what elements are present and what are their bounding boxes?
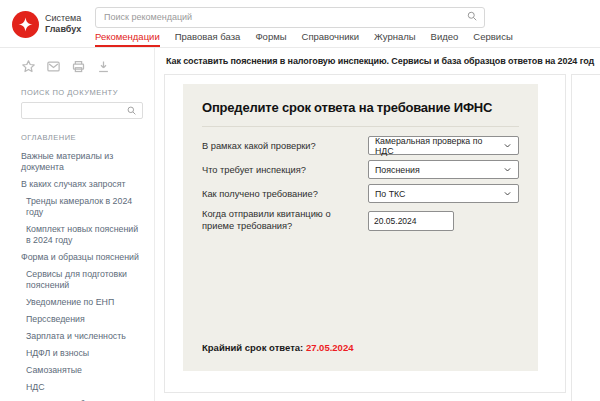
select-value: Пояснения <box>375 165 420 175</box>
article-card: Определите срок ответа на требование ИФН… <box>164 74 566 393</box>
select-value: По ТКС <box>375 189 405 199</box>
form-row: Как получено требование? По ТКС <box>202 184 519 203</box>
document-search <box>21 102 143 119</box>
toc-label: ОГЛАВЛЕНИЕ <box>21 133 148 142</box>
toc-item[interactable]: Тренды камералок в 2024 году <box>21 196 143 218</box>
toc-item[interactable]: Зарплата и численность <box>21 331 143 342</box>
toc-item[interactable]: НДС <box>21 382 143 393</box>
right-rail-card <box>571 74 600 401</box>
download-icon[interactable] <box>96 59 111 74</box>
toc-item[interactable]: Самозанятые <box>21 365 143 376</box>
deadline-result-value: 27.05.2024 <box>306 342 354 353</box>
nav-item-forms[interactable]: Формы <box>255 31 286 47</box>
toc-item[interactable]: Форма и образцы пояснений <box>21 252 143 263</box>
main-nav: Рекомендации Правовая база Формы Справоч… <box>95 31 600 47</box>
field-label: Когда отправили квитанцию о приеме требо… <box>202 208 368 232</box>
search-icon[interactable] <box>466 10 478 22</box>
email-icon[interactable] <box>46 59 61 74</box>
toc-item[interactable]: НДФЛ и взносы <box>21 348 143 359</box>
field-label: Как получено требование? <box>202 188 368 200</box>
favorite-star-icon[interactable] <box>21 59 36 74</box>
toc-item[interactable]: Важные материалы из документа <box>21 151 143 173</box>
logo-line2: Главбух <box>45 24 81 35</box>
field-label: В рамках какой проверки? <box>202 140 368 152</box>
document-search-input[interactable] <box>22 107 142 122</box>
global-search <box>95 6 485 27</box>
content-area: Как составить пояснения в налоговую инсп… <box>155 48 600 401</box>
toc-item[interactable]: Перссведения <box>21 314 143 325</box>
logo[interactable]: Система Главбух <box>12 0 95 47</box>
nav-item-journals[interactable]: Журналы <box>374 31 416 47</box>
print-icon[interactable] <box>71 59 86 74</box>
form-row: В рамках какой проверки? Камеральная про… <box>202 136 519 155</box>
deadline-result: Крайний срок ответа: 27.05.2024 <box>202 342 519 353</box>
check-type-select[interactable]: Камеральная проверка по НДС <box>368 136 519 155</box>
chevron-down-icon <box>503 189 512 198</box>
inspection-demand-select[interactable]: Пояснения <box>368 160 519 179</box>
toc-item[interactable]: Уведомление по ЕНП <box>21 297 143 308</box>
nav-item-recommendations[interactable]: Рекомендации <box>95 31 160 47</box>
document-toolbar <box>21 59 148 74</box>
nav-item-services[interactable]: Сервисы <box>473 31 512 47</box>
logo-line1: Система <box>45 13 81 24</box>
toc-item[interactable]: В каких случаях запросят <box>21 179 143 190</box>
header: Система Главбух Рекомендации Правовая ба… <box>0 0 600 48</box>
toc-item[interactable]: Комплект новых пояснений в 2024 году <box>21 224 143 246</box>
global-search-input[interactable] <box>95 7 485 28</box>
page-title: Как составить пояснения в налоговую инсп… <box>166 56 600 66</box>
deadline-result-label: Крайний срок ответа: <box>202 342 303 353</box>
nav-item-video[interactable]: Видео <box>431 31 459 47</box>
select-value: Камеральная проверка по НДС <box>375 136 503 156</box>
sidebar: ПОИСК ПО ДОКУМЕНТУ ОГЛАВЛЕНИЕ Важные мат… <box>0 48 155 401</box>
receipt-method-select[interactable]: По ТКС <box>368 184 519 203</box>
logo-text: Система Главбух <box>45 13 81 35</box>
toc-item[interactable]: Сервисы для подготовки пояснений <box>21 269 143 291</box>
document-search-icon[interactable] <box>126 105 137 116</box>
doc-search-label: ПОИСК ПО ДОКУМЕНТУ <box>21 88 148 97</box>
field-label: Что требует инспекция? <box>202 164 368 176</box>
logo-star-icon <box>12 11 39 38</box>
form-row: Когда отправили квитанцию о приеме требо… <box>202 208 519 232</box>
divider <box>202 126 519 127</box>
chevron-down-icon <box>503 165 512 174</box>
table-of-contents: Важные материалы из документа В каких сл… <box>21 151 148 401</box>
widget-title: Определите срок ответа на требование ИФН… <box>202 101 519 115</box>
form-row: Что требует инспекция? Пояснения <box>202 160 519 179</box>
nav-item-legal-base[interactable]: Правовая база <box>175 31 241 47</box>
deadline-widget: Определите срок ответа на требование ИФН… <box>183 84 538 371</box>
nav-item-handbooks[interactable]: Справочники <box>302 31 360 47</box>
chevron-down-icon <box>503 141 512 150</box>
receipt-date-input[interactable] <box>368 211 454 231</box>
